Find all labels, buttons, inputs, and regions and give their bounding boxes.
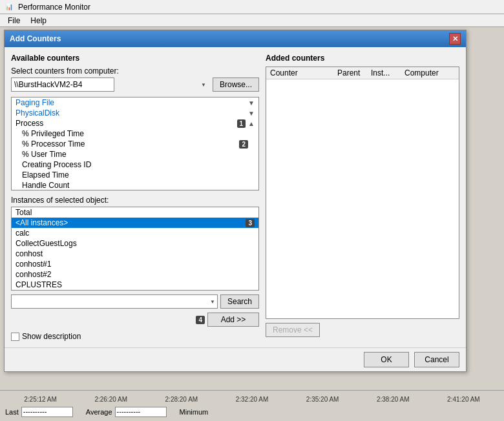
computer-select-input[interactable] xyxy=(11,77,114,92)
sub-processor-time[interactable]: % Processor Time 2 xyxy=(12,139,258,149)
all-instances-badge: 3 xyxy=(246,219,255,227)
available-counters-title: Available counters xyxy=(11,54,259,63)
browse-button[interactable]: Browse... xyxy=(213,77,259,92)
search-button[interactable]: Search xyxy=(220,294,259,309)
sub-elapsed-time[interactable]: Elapsed Time xyxy=(12,170,258,180)
add-row: 4 Add >> xyxy=(11,313,259,327)
cancel-button[interactable]: Cancel xyxy=(414,352,459,367)
remove-button[interactable]: Remove << xyxy=(266,323,320,337)
instance-all[interactable]: <All instances> 3 xyxy=(12,218,258,228)
instance-collect-guest[interactable]: CollectGuestLogs xyxy=(12,238,258,249)
instance-cplistres[interactable]: CPLUSTRES xyxy=(12,280,258,290)
app-icon: 📊 xyxy=(4,2,14,12)
title-bar: 📊 Performance Monitor xyxy=(0,0,504,14)
counter-paging-file[interactable]: Paging File ▼ xyxy=(12,98,258,108)
time-labels: 2:25:12 AM 2:26:20 AM 2:28:20 AM 2:32:20… xyxy=(0,393,504,406)
instances-label: Instances of selected object: xyxy=(11,196,259,205)
instance-total[interactable]: Total xyxy=(12,207,258,218)
time-2: 2:28:20 AM xyxy=(165,396,198,403)
dialog-footer: OK Cancel xyxy=(5,347,466,371)
time-6: 2:41:20 AM xyxy=(447,396,480,403)
bottom-area: 2:25:12 AM 2:26:20 AM 2:28:20 AM 2:32:20… xyxy=(0,390,504,421)
ok-button[interactable]: OK xyxy=(364,352,409,367)
main-area: Add Counters ✕ Available counters Select… xyxy=(0,27,504,421)
sub-user-time[interactable]: % User Time xyxy=(12,149,258,159)
last-value: ---------- xyxy=(21,407,73,417)
menu-bar: File Help xyxy=(0,14,504,27)
col-computer: Computer xyxy=(404,68,455,77)
show-description-checkbox[interactable] xyxy=(11,333,19,341)
show-description-row: Show description xyxy=(11,332,259,341)
col-inst: Inst... xyxy=(371,68,404,77)
computer-select-wrapper xyxy=(11,77,209,92)
show-description-label: Show description xyxy=(22,332,81,341)
search-input[interactable] xyxy=(11,294,218,309)
left-panel: Available counters Select counters from … xyxy=(11,54,259,341)
time-3: 2:32:20 AM xyxy=(236,396,269,403)
add-counters-dialog: Add Counters ✕ Available counters Select… xyxy=(4,30,467,372)
instance-calc[interactable]: calc xyxy=(12,228,258,238)
time-1: 2:26:20 AM xyxy=(94,396,127,403)
average-item: Average ---------- xyxy=(86,407,167,417)
added-counters-box: Counter Parent Inst... Computer xyxy=(266,67,459,319)
menu-help[interactable]: Help xyxy=(25,15,52,26)
last-item: Last ---------- xyxy=(5,407,73,417)
remove-row: Remove << xyxy=(266,319,459,341)
status-bar: Last ---------- Average ---------- Minim… xyxy=(0,406,504,418)
dialog-title-bar: Add Counters ✕ xyxy=(5,30,466,47)
counter-list[interactable]: Paging File ▼ PhysicalDisk ▼ Process 1 ▲ xyxy=(11,97,259,190)
search-input-wrapper xyxy=(11,294,218,309)
dialog-close-button[interactable]: ✕ xyxy=(449,33,461,45)
counter-process[interactable]: Process 1 ▲ xyxy=(12,118,258,128)
average-value: ---------- xyxy=(115,407,167,417)
time-4: 2:35:20 AM xyxy=(306,396,339,403)
right-panel: Added counters Counter Parent Inst... Co… xyxy=(266,54,459,341)
sub-creating-process-id[interactable]: Creating Process ID xyxy=(12,159,258,170)
col-counter: Counter xyxy=(270,68,337,77)
computer-select-row: Browse... xyxy=(11,77,259,92)
sub-privileged-time[interactable]: % Privileged Time xyxy=(12,128,258,139)
instances-list[interactable]: Total <All instances> 3 calc CollectGues… xyxy=(11,207,259,291)
computer-label: Select counters from computer: xyxy=(11,67,259,76)
added-counters-title: Added counters xyxy=(266,54,459,63)
menu-file[interactable]: File xyxy=(3,15,25,26)
process-badge: 1 xyxy=(237,119,246,128)
app-title: Performance Monitor xyxy=(18,3,90,12)
dialog-title: Add Counters xyxy=(10,34,61,43)
search-row: Search xyxy=(11,294,259,309)
instance-conhost1[interactable]: conhost#1 xyxy=(12,259,258,269)
minimum-item: Minimum xyxy=(180,408,209,416)
average-label: Average xyxy=(86,408,112,416)
col-parent: Parent xyxy=(337,68,371,77)
add-button[interactable]: Add >> xyxy=(207,313,259,327)
processor-time-badge: 2 xyxy=(239,140,248,149)
last-label: Last xyxy=(5,408,19,416)
added-counters-header: Counter Parent Inst... Computer xyxy=(266,67,459,79)
counter-physical-disk[interactable]: PhysicalDisk ▼ xyxy=(12,108,258,118)
instance-conhost2[interactable]: conhost#2 xyxy=(12,269,258,280)
dialog-content: Available counters Select counters from … xyxy=(5,47,466,347)
sub-handle-count[interactable]: Handle Count xyxy=(12,180,258,190)
minimum-label: Minimum xyxy=(180,408,209,416)
add-badge: 4 xyxy=(196,316,205,324)
time-5: 2:38:20 AM xyxy=(377,396,410,403)
instance-conhost[interactable]: conhost xyxy=(12,249,258,259)
time-0: 2:25:12 AM xyxy=(24,396,57,403)
